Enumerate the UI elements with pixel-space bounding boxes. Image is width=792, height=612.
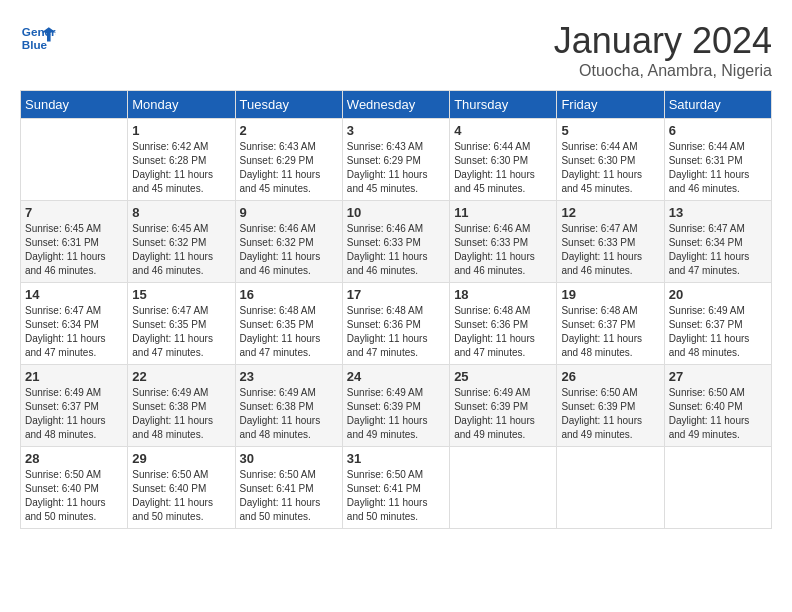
- day-number: 9: [240, 205, 338, 220]
- calendar-cell: 1Sunrise: 6:42 AM Sunset: 6:28 PM Daylig…: [128, 119, 235, 201]
- day-of-week-header: Sunday: [21, 91, 128, 119]
- day-info: Sunrise: 6:49 AM Sunset: 6:38 PM Dayligh…: [132, 386, 230, 442]
- day-of-week-header: Tuesday: [235, 91, 342, 119]
- calendar-cell: 26Sunrise: 6:50 AM Sunset: 6:39 PM Dayli…: [557, 365, 664, 447]
- calendar-cell: 14Sunrise: 6:47 AM Sunset: 6:34 PM Dayli…: [21, 283, 128, 365]
- day-of-week-header: Friday: [557, 91, 664, 119]
- calendar-cell: 11Sunrise: 6:46 AM Sunset: 6:33 PM Dayli…: [450, 201, 557, 283]
- calendar-cell: 18Sunrise: 6:48 AM Sunset: 6:36 PM Dayli…: [450, 283, 557, 365]
- calendar-week-row: 7Sunrise: 6:45 AM Sunset: 6:31 PM Daylig…: [21, 201, 772, 283]
- day-number: 31: [347, 451, 445, 466]
- day-number: 11: [454, 205, 552, 220]
- calendar-cell: [450, 447, 557, 529]
- calendar-cell: 25Sunrise: 6:49 AM Sunset: 6:39 PM Dayli…: [450, 365, 557, 447]
- day-info: Sunrise: 6:44 AM Sunset: 6:30 PM Dayligh…: [561, 140, 659, 196]
- day-info: Sunrise: 6:48 AM Sunset: 6:37 PM Dayligh…: [561, 304, 659, 360]
- calendar-cell: 28Sunrise: 6:50 AM Sunset: 6:40 PM Dayli…: [21, 447, 128, 529]
- calendar-cell: 8Sunrise: 6:45 AM Sunset: 6:32 PM Daylig…: [128, 201, 235, 283]
- day-info: Sunrise: 6:49 AM Sunset: 6:39 PM Dayligh…: [347, 386, 445, 442]
- day-of-week-header: Wednesday: [342, 91, 449, 119]
- day-number: 7: [25, 205, 123, 220]
- title-area: January 2024 Otuocha, Anambra, Nigeria: [554, 20, 772, 80]
- day-number: 13: [669, 205, 767, 220]
- calendar-cell: 16Sunrise: 6:48 AM Sunset: 6:35 PM Dayli…: [235, 283, 342, 365]
- day-info: Sunrise: 6:45 AM Sunset: 6:31 PM Dayligh…: [25, 222, 123, 278]
- calendar-header-row: SundayMondayTuesdayWednesdayThursdayFrid…: [21, 91, 772, 119]
- day-info: Sunrise: 6:47 AM Sunset: 6:35 PM Dayligh…: [132, 304, 230, 360]
- calendar-cell: 29Sunrise: 6:50 AM Sunset: 6:40 PM Dayli…: [128, 447, 235, 529]
- calendar-week-row: 28Sunrise: 6:50 AM Sunset: 6:40 PM Dayli…: [21, 447, 772, 529]
- calendar-table: SundayMondayTuesdayWednesdayThursdayFrid…: [20, 90, 772, 529]
- calendar-cell: 23Sunrise: 6:49 AM Sunset: 6:38 PM Dayli…: [235, 365, 342, 447]
- day-number: 16: [240, 287, 338, 302]
- day-number: 1: [132, 123, 230, 138]
- calendar-cell: 30Sunrise: 6:50 AM Sunset: 6:41 PM Dayli…: [235, 447, 342, 529]
- calendar-week-row: 21Sunrise: 6:49 AM Sunset: 6:37 PM Dayli…: [21, 365, 772, 447]
- day-info: Sunrise: 6:46 AM Sunset: 6:32 PM Dayligh…: [240, 222, 338, 278]
- calendar-cell: [557, 447, 664, 529]
- calendar-cell: 22Sunrise: 6:49 AM Sunset: 6:38 PM Dayli…: [128, 365, 235, 447]
- day-number: 30: [240, 451, 338, 466]
- day-info: Sunrise: 6:44 AM Sunset: 6:31 PM Dayligh…: [669, 140, 767, 196]
- day-number: 3: [347, 123, 445, 138]
- day-info: Sunrise: 6:47 AM Sunset: 6:33 PM Dayligh…: [561, 222, 659, 278]
- day-info: Sunrise: 6:49 AM Sunset: 6:39 PM Dayligh…: [454, 386, 552, 442]
- day-of-week-header: Saturday: [664, 91, 771, 119]
- calendar-cell: 7Sunrise: 6:45 AM Sunset: 6:31 PM Daylig…: [21, 201, 128, 283]
- day-number: 27: [669, 369, 767, 384]
- day-number: 24: [347, 369, 445, 384]
- calendar-cell: 17Sunrise: 6:48 AM Sunset: 6:36 PM Dayli…: [342, 283, 449, 365]
- day-info: Sunrise: 6:46 AM Sunset: 6:33 PM Dayligh…: [347, 222, 445, 278]
- calendar-cell: 24Sunrise: 6:49 AM Sunset: 6:39 PM Dayli…: [342, 365, 449, 447]
- day-number: 10: [347, 205, 445, 220]
- day-number: 21: [25, 369, 123, 384]
- month-title: January 2024: [554, 20, 772, 62]
- day-number: 28: [25, 451, 123, 466]
- day-number: 2: [240, 123, 338, 138]
- day-of-week-header: Monday: [128, 91, 235, 119]
- calendar-cell: 5Sunrise: 6:44 AM Sunset: 6:30 PM Daylig…: [557, 119, 664, 201]
- day-info: Sunrise: 6:47 AM Sunset: 6:34 PM Dayligh…: [669, 222, 767, 278]
- calendar-cell: 31Sunrise: 6:50 AM Sunset: 6:41 PM Dayli…: [342, 447, 449, 529]
- calendar-cell: [21, 119, 128, 201]
- day-info: Sunrise: 6:47 AM Sunset: 6:34 PM Dayligh…: [25, 304, 123, 360]
- day-info: Sunrise: 6:42 AM Sunset: 6:28 PM Dayligh…: [132, 140, 230, 196]
- day-info: Sunrise: 6:48 AM Sunset: 6:36 PM Dayligh…: [347, 304, 445, 360]
- day-info: Sunrise: 6:43 AM Sunset: 6:29 PM Dayligh…: [240, 140, 338, 196]
- day-info: Sunrise: 6:44 AM Sunset: 6:30 PM Dayligh…: [454, 140, 552, 196]
- calendar-cell: 20Sunrise: 6:49 AM Sunset: 6:37 PM Dayli…: [664, 283, 771, 365]
- day-number: 22: [132, 369, 230, 384]
- day-info: Sunrise: 6:50 AM Sunset: 6:40 PM Dayligh…: [669, 386, 767, 442]
- day-info: Sunrise: 6:46 AM Sunset: 6:33 PM Dayligh…: [454, 222, 552, 278]
- calendar-cell: 6Sunrise: 6:44 AM Sunset: 6:31 PM Daylig…: [664, 119, 771, 201]
- subtitle: Otuocha, Anambra, Nigeria: [554, 62, 772, 80]
- calendar-cell: 13Sunrise: 6:47 AM Sunset: 6:34 PM Dayli…: [664, 201, 771, 283]
- calendar-cell: 4Sunrise: 6:44 AM Sunset: 6:30 PM Daylig…: [450, 119, 557, 201]
- day-info: Sunrise: 6:49 AM Sunset: 6:37 PM Dayligh…: [669, 304, 767, 360]
- day-info: Sunrise: 6:43 AM Sunset: 6:29 PM Dayligh…: [347, 140, 445, 196]
- svg-text:Blue: Blue: [22, 38, 48, 51]
- calendar-cell: 3Sunrise: 6:43 AM Sunset: 6:29 PM Daylig…: [342, 119, 449, 201]
- calendar-week-row: 14Sunrise: 6:47 AM Sunset: 6:34 PM Dayli…: [21, 283, 772, 365]
- logo-icon: General Blue: [20, 20, 56, 56]
- day-number: 4: [454, 123, 552, 138]
- day-number: 26: [561, 369, 659, 384]
- day-info: Sunrise: 6:50 AM Sunset: 6:41 PM Dayligh…: [347, 468, 445, 524]
- day-number: 8: [132, 205, 230, 220]
- day-number: 6: [669, 123, 767, 138]
- calendar-week-row: 1Sunrise: 6:42 AM Sunset: 6:28 PM Daylig…: [21, 119, 772, 201]
- day-info: Sunrise: 6:50 AM Sunset: 6:39 PM Dayligh…: [561, 386, 659, 442]
- calendar-cell: 19Sunrise: 6:48 AM Sunset: 6:37 PM Dayli…: [557, 283, 664, 365]
- day-number: 20: [669, 287, 767, 302]
- calendar-cell: 21Sunrise: 6:49 AM Sunset: 6:37 PM Dayli…: [21, 365, 128, 447]
- day-number: 19: [561, 287, 659, 302]
- header: General Blue January 2024 Otuocha, Anamb…: [20, 20, 772, 80]
- day-number: 29: [132, 451, 230, 466]
- calendar-cell: [664, 447, 771, 529]
- day-info: Sunrise: 6:48 AM Sunset: 6:35 PM Dayligh…: [240, 304, 338, 360]
- day-number: 5: [561, 123, 659, 138]
- day-info: Sunrise: 6:49 AM Sunset: 6:38 PM Dayligh…: [240, 386, 338, 442]
- calendar-cell: 15Sunrise: 6:47 AM Sunset: 6:35 PM Dayli…: [128, 283, 235, 365]
- calendar-cell: 12Sunrise: 6:47 AM Sunset: 6:33 PM Dayli…: [557, 201, 664, 283]
- day-number: 25: [454, 369, 552, 384]
